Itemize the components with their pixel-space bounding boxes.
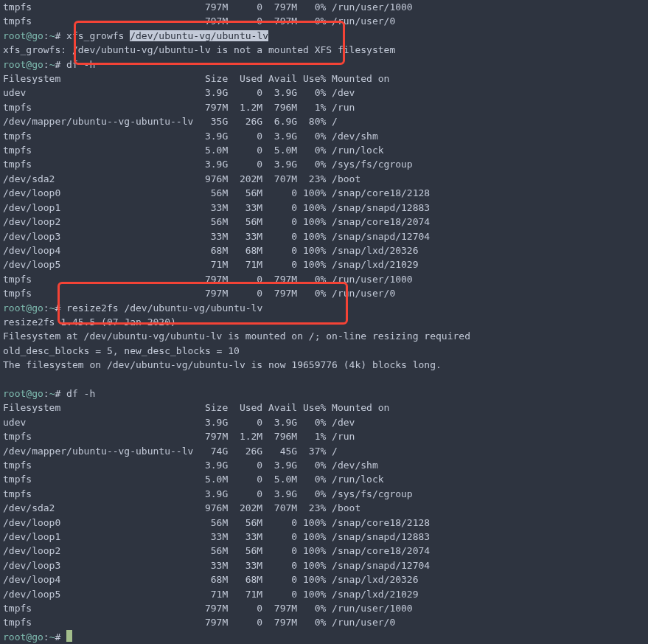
command-text: df -h: [66, 59, 95, 70]
output-line: /dev/mapper/ubuntu--vg-ubuntu--lv 35G 26…: [0, 114, 648, 128]
prompt-line: root@go:~# df -h: [0, 58, 648, 72]
output-line: tmpfs 797M 0 797M 0% /run/user/0: [0, 14, 648, 28]
output-line: /dev/loop0 56M 56M 0 100% /snap/core18/2…: [0, 516, 648, 530]
prompt-sep: :: [43, 302, 49, 314]
output-line: tmpfs 797M 1.2M 796M 1% /run: [0, 100, 648, 114]
output-line: /dev/loop3 33M 33M 0 100% /snap/snapd/12…: [0, 229, 648, 243]
prompt-user: root@go: [3, 302, 43, 314]
output-line: tmpfs 5.0M 0 5.0M 0% /run/lock: [0, 143, 648, 157]
prompt-line[interactable]: root@go:~#: [0, 630, 648, 644]
prompt-sep: :: [43, 388, 49, 399]
output-line: tmpfs 5.0M 0 5.0M 0% /run/lock: [0, 472, 648, 486]
output-line: tmpfs 3.9G 0 3.9G 0% /dev/shm: [0, 129, 648, 143]
output-line: /dev/loop2 56M 56M 0 100% /snap/core18/2…: [0, 215, 648, 229]
prompt-sep: :: [43, 59, 49, 70]
prompt-sep: :: [43, 30, 49, 41]
output-line: tmpfs 797M 0 797M 0% /run/user/0: [0, 286, 648, 300]
output-line: Filesystem at /dev/ubuntu-vg/ubuntu-lv i…: [0, 329, 648, 343]
prompt-user: root@go: [3, 30, 43, 41]
output-line: tmpfs 797M 1.2M 796M 1% /run: [0, 429, 648, 443]
prompt-sep: :: [43, 631, 49, 643]
output-line: old_desc_blocks = 5, new_desc_blocks = 1…: [0, 344, 648, 358]
cursor-block: [66, 630, 72, 642]
command-text: resize2fs /dev/ubuntu-vg/ubuntu-lv: [66, 302, 262, 314]
df-header: Filesystem Size Used Avail Use% Mounted …: [0, 72, 648, 86]
output-line: /dev/loop5 71M 71M 0 100% /snap/lxd/2102…: [0, 587, 648, 601]
output-line: udev 3.9G 0 3.9G 0% /dev: [0, 415, 648, 429]
prompt-line: root@go:~# xfs_growfs /dev/ubuntu-vg/ubu…: [0, 29, 648, 43]
output-line: /dev/sda2 976M 202M 707M 23% /boot: [0, 501, 648, 515]
command-text: [60, 302, 66, 314]
output-line: /dev/sda2 976M 202M 707M 23% /boot: [0, 172, 648, 186]
output-line: udev 3.9G 0 3.9G 0% /dev: [0, 86, 648, 100]
output-line: tmpfs 797M 0 797M 0% /run/user/1000: [0, 272, 648, 286]
prompt-user: root@go: [3, 59, 43, 70]
terminal-window[interactable]: tmpfs 797M 0 797M 0% /run/user/1000 tmpf…: [0, 0, 648, 644]
output-line: /dev/loop1 33M 33M 0 100% /snap/snapd/12…: [0, 530, 648, 544]
output-line: The filesystem on /dev/ubuntu-vg/ubuntu-…: [0, 358, 648, 372]
output-line: tmpfs 797M 0 797M 0% /run/user/1000: [0, 0, 648, 14]
output-line: tmpfs 797M 0 797M 0% /run/user/0: [0, 615, 648, 629]
output-line: [0, 373, 648, 387]
output-line: /dev/mapper/ubuntu--vg-ubuntu--lv 74G 26…: [0, 444, 648, 458]
command-text: [60, 388, 66, 399]
output-line: tmpfs 797M 0 797M 0% /run/user/1000: [0, 601, 648, 615]
output-line: /dev/loop4 68M 68M 0 100% /snap/lxd/2032…: [0, 572, 648, 586]
command-text: [60, 631, 66, 643]
output-line: /dev/loop1 33M 33M 0 100% /snap/snapd/12…: [0, 201, 648, 215]
prompt-user: root@go: [3, 388, 43, 399]
prompt-user: root@go: [3, 631, 43, 643]
output-line: tmpfs 3.9G 0 3.9G 0% /dev/shm: [0, 458, 648, 472]
command-text: [60, 59, 66, 70]
output-line: /dev/loop3 33M 33M 0 100% /snap/snapd/12…: [0, 558, 648, 572]
command-text: [60, 30, 66, 41]
output-line: /dev/loop5 71M 71M 0 100% /snap/lxd/2102…: [0, 257, 648, 271]
prompt-line: root@go:~# resize2fs /dev/ubuntu-vg/ubun…: [0, 301, 648, 315]
df-header: Filesystem Size Used Avail Use% Mounted …: [0, 401, 648, 415]
output-line: /dev/loop4 68M 68M 0 100% /snap/lxd/2032…: [0, 243, 648, 257]
output-line: /dev/loop2 56M 56M 0 100% /snap/core18/2…: [0, 544, 648, 558]
output-line: tmpfs 3.9G 0 3.9G 0% /sys/fs/cgroup: [0, 157, 648, 171]
command-text: xfs_growfs: [66, 30, 124, 41]
output-line: xfs_growfs: /dev/ubuntu-vg/ubuntu-lv is …: [0, 43, 648, 57]
output-line: tmpfs 3.9G 0 3.9G 0% /sys/fs/cgroup: [0, 487, 648, 501]
command-text: df -h: [66, 388, 95, 399]
output-line: resize2fs 1.45.5 (07-Jan-2020): [0, 315, 648, 329]
prompt-line: root@go:~# df -h: [0, 387, 648, 401]
highlighted-path: /dev/ubuntu-vg/ubuntu-lv: [130, 30, 268, 41]
output-line: /dev/loop0 56M 56M 0 100% /snap/core18/2…: [0, 186, 648, 200]
